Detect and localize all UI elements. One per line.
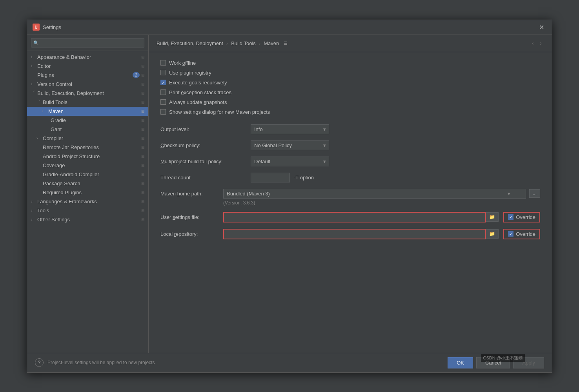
item-settings-icon: ⊞ (141, 181, 144, 186)
user-settings-override-label: Override (516, 214, 535, 220)
multiproject-policy-dropdown-wrap: Default Never After Always (251, 157, 329, 166)
plugins-badge: 2 (133, 72, 140, 78)
item-settings-icon: ⊞ (141, 199, 144, 204)
item-settings-icon: ⊞ (141, 154, 144, 159)
thread-count-row: Thread count -T option (160, 173, 540, 182)
thread-count-input[interactable] (251, 173, 290, 182)
search-box: 🔍 (27, 35, 148, 51)
plugin-registry-checkbox[interactable] (160, 70, 166, 75)
execute-goals-label: Execute goals recursively (169, 80, 227, 86)
sidebar-item-build-tools[interactable]: › Build Tools ⊞ (27, 98, 148, 107)
multiproject-policy-row: Multiproject build fail policy: Default … (160, 157, 540, 166)
item-settings-icon: ⊞ (141, 127, 144, 131)
checksum-policy-dropdown[interactable]: No Global Policy Warn Fail Ignore (251, 140, 329, 150)
sidebar-item-plugins[interactable]: › Plugins 2 ⊞ (27, 71, 148, 80)
sidebar-item-appearance[interactable]: › Appearance & Behavior ⊞ (27, 53, 148, 62)
maven-home-dropdown[interactable]: Bundled (Maven 3) Custom... (223, 189, 526, 199)
breadcrumb-sep1: › (226, 40, 228, 46)
always-update-checkbox[interactable] (160, 99, 166, 105)
search-input[interactable] (31, 38, 144, 47)
print-exception-checkbox[interactable] (160, 89, 166, 95)
close-button[interactable]: ✕ (537, 23, 546, 32)
sidebar-item-version-control[interactable]: › Version Control ⊞ (27, 80, 148, 89)
plugin-registry-label: Use plugin registry (169, 70, 211, 76)
thread-count-label: Thread count (160, 175, 251, 181)
item-settings-icon: ⊞ (141, 82, 144, 86)
sidebar-item-editor[interactable]: › Editor ⊞ (27, 62, 148, 71)
sidebar-item-gant[interactable]: Gant ⊞ (27, 125, 148, 134)
sidebar-item-languages[interactable]: › Languages & Frameworks ⊞ (27, 197, 148, 206)
sidebar-item-tools[interactable]: › Tools ⊞ (27, 206, 148, 215)
sidebar-item-maven[interactable]: › Maven ⊞ (27, 107, 148, 116)
sidebar-item-android-project[interactable]: › Android Project Structure ⊞ (27, 152, 148, 161)
local-repository-input[interactable]: C:\Users\15158\.m2\repository (223, 229, 486, 239)
chevron-icon: › (31, 199, 36, 204)
maven-home-browse-button[interactable]: ... (529, 189, 540, 198)
nav-arrows: ‹ › (530, 39, 544, 47)
local-repository-browse-button[interactable]: 📁 (486, 229, 499, 239)
sidebar-item-required-plugins[interactable]: › Required Plugins ⊞ (27, 188, 148, 197)
sidebar-item-build-exec-deploy[interactable]: › Build, Execution, Deployment ⊞ (27, 89, 148, 98)
user-settings-label: User settings file: (160, 214, 223, 220)
sidebar-item-label: Editor (37, 63, 141, 69)
user-settings-override-checkbox[interactable] (508, 214, 513, 220)
local-repository-row: Local repository: C:\Users\15158\.m2\rep… (160, 229, 540, 239)
sidebar-item-label: Gradle-Android Compiler (43, 171, 141, 177)
checkbox-row-work-offline: Work offline (160, 60, 540, 66)
nav-forward-button[interactable]: › (537, 39, 544, 47)
show-settings-checkbox[interactable] (160, 109, 166, 115)
item-settings-icon: ⊞ (141, 172, 144, 177)
checkbox-row-print-exception: Print exception stack traces (160, 89, 540, 95)
breadcrumb-current: Maven (264, 40, 279, 46)
help-button[interactable]: ? (35, 358, 44, 367)
sidebar-item-label: Remote Jar Repositories (43, 144, 141, 150)
chevron-icon: › (31, 217, 36, 222)
chevron-icon: › (31, 82, 36, 86)
sidebar-item-label: Android Project Structure (43, 153, 141, 159)
chevron-open-icon: › (32, 90, 36, 96)
sidebar-item-gradle[interactable]: Gradle ⊞ (27, 116, 148, 125)
breadcrumb-bar: Build, Execution, Deployment › Build Too… (149, 35, 552, 52)
local-repository-label: Local repository: (160, 231, 223, 237)
sidebar-item-coverage[interactable]: › Coverage ⊞ (27, 161, 148, 170)
t-option-label: -T option (294, 175, 314, 181)
ok-button[interactable]: OK (448, 357, 473, 368)
sidebar-item-label: Gant (51, 126, 141, 132)
output-level-dropdown[interactable]: Info Debug Warn Error (251, 124, 329, 134)
checksum-policy-label: Checksum policy: (160, 142, 251, 148)
sidebar-item-gradle-android[interactable]: › Gradle-Android Compiler ⊞ (27, 170, 148, 179)
sidebar-item-other-settings[interactable]: › Other Settings ⊞ (27, 215, 148, 224)
user-settings-browse-button[interactable]: 📁 (486, 212, 499, 222)
checksum-policy-row: Checksum policy: No Global Policy Warn F… (160, 140, 540, 150)
settings-panel: Work offline Use plugin registry Execute… (149, 52, 552, 353)
dialog-body: 🔍 › Appearance & Behavior ⊞ › Editor ⊞ (27, 35, 552, 353)
sidebar-item-label: Maven (48, 108, 141, 114)
breadcrumb: Build, Execution, Deployment › Build Too… (157, 40, 288, 46)
sidebar-item-label: Version Control (37, 81, 141, 87)
sidebar-item-remote-jar[interactable]: › Remote Jar Repositories ⊞ (27, 143, 148, 152)
checkbox-row-always-update: Always update snapshots (160, 99, 540, 105)
sidebar-item-package-search[interactable]: › Package Search ⊞ (27, 179, 148, 188)
work-offline-checkbox[interactable] (160, 60, 166, 66)
chevron-open-icon: › (37, 99, 42, 105)
execute-goals-checkbox[interactable] (160, 80, 166, 85)
output-level-row: Output level: Info Debug Warn Error (160, 124, 540, 134)
item-settings-icon: ⊞ (141, 163, 144, 168)
sidebar-item-label: Build Tools (43, 99, 141, 105)
local-repository-override-checkbox[interactable] (508, 231, 513, 237)
chevron-icon: › (31, 55, 36, 59)
dialog-footer: ? Project-level settings will be applied… (27, 353, 552, 372)
sidebar-item-label: Coverage (43, 162, 141, 168)
sidebar-item-label: Required Plugins (43, 190, 141, 195)
checkbox-row-execute-goals: Execute goals recursively (160, 80, 540, 86)
main-content: Build, Execution, Deployment › Build Too… (149, 35, 552, 353)
output-level-dropdown-wrap: Info Debug Warn Error (251, 124, 329, 134)
user-settings-input[interactable]: C:\Users\15158\.m2\settings.xml (223, 212, 486, 222)
sidebar-item-label: Other Settings (37, 217, 141, 222)
nav-back-button[interactable]: ‹ (530, 39, 536, 47)
multiproject-policy-dropdown[interactable]: Default Never After Always (251, 157, 329, 166)
user-settings-row: User settings file: C:\Users\15158\.m2\s… (160, 212, 540, 222)
sidebar-item-compiler[interactable]: › Compiler ⊞ (27, 134, 148, 143)
print-exception-label: Print exception stack traces (169, 89, 231, 95)
breadcrumb-menu-icon[interactable]: ☰ (284, 41, 288, 46)
